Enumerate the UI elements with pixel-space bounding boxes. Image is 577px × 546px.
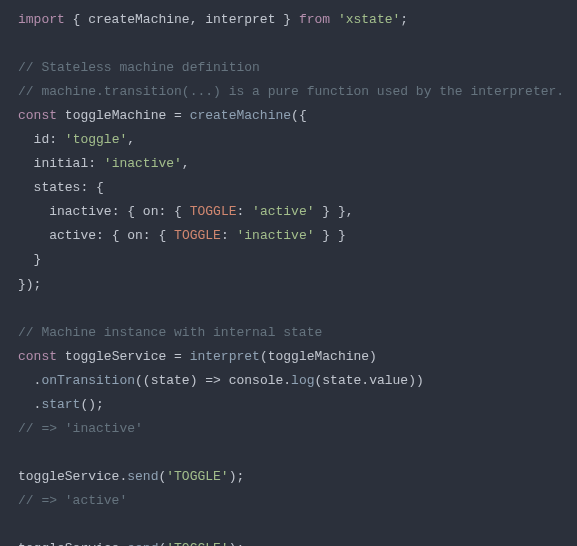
code-line: import { createMachine, interpret } from… [18, 8, 559, 32]
comment-line: // Machine instance with internal state [18, 321, 559, 345]
blank-line [18, 297, 559, 321]
code-line: } [18, 248, 559, 272]
code-line: const toggleService = interpret(toggleMa… [18, 345, 559, 369]
keyword-from: from [299, 12, 330, 27]
comment-line: // => 'inactive' [18, 417, 559, 441]
code-line: }); [18, 273, 559, 297]
comment-line: // Stateless machine definition [18, 56, 559, 80]
code-line: toggleService.send('TOGGLE'); [18, 465, 559, 489]
method-call: onTransition [41, 373, 135, 388]
code-line: toggleService.send('TOGGLE'); [18, 537, 559, 546]
code-line: inactive: { on: { TOGGLE: 'active' } }, [18, 200, 559, 224]
code-line: active: { on: { TOGGLE: 'inactive' } } [18, 224, 559, 248]
blank-line [18, 441, 559, 465]
method-call: send [127, 469, 158, 484]
blank-line [18, 32, 559, 56]
event-name: TOGGLE [174, 228, 221, 243]
code-line: .start(); [18, 393, 559, 417]
code-block: import { createMachine, interpret } from… [18, 8, 559, 546]
string-literal: 'xstate' [338, 12, 400, 27]
code-line: id: 'toggle', [18, 128, 559, 152]
method-call: start [41, 397, 80, 412]
function-call: interpret [190, 349, 260, 364]
keyword-import: import [18, 12, 65, 27]
code-line: states: { [18, 176, 559, 200]
code-line: .onTransition((state) => console.log(sta… [18, 369, 559, 393]
event-name: TOGGLE [190, 204, 237, 219]
function-call: createMachine [190, 108, 291, 123]
method-call: send [127, 541, 158, 546]
code-line: initial: 'inactive', [18, 152, 559, 176]
comment-line: // machine.transition(...) is a pure fun… [18, 80, 559, 104]
comment-line: // => 'active' [18, 489, 559, 513]
code-line: const toggleMachine = createMachine({ [18, 104, 559, 128]
blank-line [18, 513, 559, 537]
